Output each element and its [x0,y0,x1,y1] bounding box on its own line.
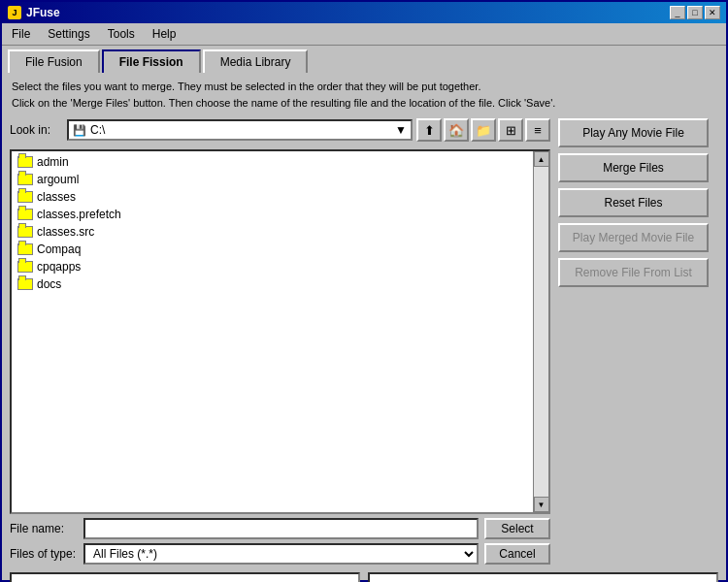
toolbar-icons: ⬆ 🏠 📁 ⊞ ≡ [416,118,550,142]
cancel-button[interactable]: Cancel [484,543,550,565]
merge-files-btn[interactable]: Merge Files [558,153,709,182]
files-type-label: Files of type: [10,547,78,561]
folder-icon [17,243,33,255]
look-in-label: Look in: [10,123,63,137]
close-btn[interactable]: ✕ [705,6,720,19]
files-type-row: Files of type: All Files (*.*) Cancel [10,543,550,565]
bottom-left-panel [10,572,360,582]
title-bar: J JFuse _ □ ✕ [2,2,726,23]
list-item[interactable]: classes.prefetch [14,206,531,223]
list-item[interactable]: Compaq [14,241,531,258]
list-view-btn[interactable]: ⊞ [498,118,523,142]
file-list-scrollbar[interactable]: ▲ ▼ [533,151,548,512]
tab-media-library[interactable]: Media Library [203,49,309,73]
select-button[interactable]: Select [484,518,550,539]
up-folder-btn[interactable]: ⬆ [416,118,442,142]
folder-icon [17,174,33,185]
menu-settings[interactable]: Settings [44,26,93,42]
menu-tools[interactable]: Tools [104,26,139,42]
folder-icon [17,191,33,203]
main-content: Look in: 💾 C:\ ▼ ⬆ 🏠 📁 ⊞ ≡ [2,114,726,568]
tab-file-fusion[interactable]: File Fusion [8,49,100,73]
files-type-select[interactable]: All Files (*.*) [83,543,479,565]
window-frame: J JFuse _ □ ✕ File Settings Tools Help F… [0,0,728,582]
info-line1: Select the files you want to merge. They… [12,79,716,95]
menu-bar: File Settings Tools Help [2,23,726,46]
file-list: admin argouml classes classes.prefetch c… [12,151,533,512]
list-item[interactable]: admin [14,153,531,171]
list-item[interactable]: classes.src [14,223,531,241]
folder-icon [17,209,33,220]
look-in-value: C:\ [90,123,395,137]
app-icon: J [8,6,21,19]
bottom-panels [2,568,726,582]
window-title: JFuse [26,6,60,19]
right-panel: Play Any Movie File Merge Files Reset Fi… [558,114,718,565]
play-merged-btn[interactable]: Play Merged Movie File [558,223,709,252]
info-text: Select the files you want to merge. They… [2,73,726,114]
folder-icon [17,156,33,168]
info-line2: Click on the 'Merge Files' button. Then … [12,95,716,112]
list-item[interactable]: classes [14,188,531,206]
look-in-row: Look in: 💾 C:\ ▼ ⬆ 🏠 📁 ⊞ ≡ [10,114,550,146]
list-item[interactable]: cpqapps [14,258,531,275]
tabs-bar: File Fusion File Fission Media Library [2,46,726,73]
folder-icon [17,278,33,290]
menu-file[interactable]: File [8,26,34,42]
scroll-up-btn[interactable]: ▲ [534,151,549,167]
tab-file-fission[interactable]: File Fission [102,49,201,73]
play-any-movie-btn[interactable]: Play Any Movie File [558,118,709,147]
new-folder-btn[interactable]: 📁 [471,118,496,142]
list-item[interactable]: docs [14,275,531,293]
file-name-input[interactable] [83,518,479,539]
home-btn[interactable]: 🏠 [444,118,469,142]
look-in-combo[interactable]: 💾 C:\ ▼ [67,119,413,141]
menu-help[interactable]: Help [149,26,181,42]
file-list-content: admin argouml classes classes.prefetch c… [12,151,533,295]
window-controls: _ □ ✕ [670,6,720,19]
maximize-btn[interactable]: □ [687,6,703,19]
scroll-track[interactable] [534,167,549,497]
file-name-row: File name: Select [10,518,550,539]
scroll-down-btn[interactable]: ▼ [534,497,549,512]
look-in-dropdown-icon: ▼ [395,123,407,137]
details-view-btn[interactable]: ≡ [525,118,550,142]
folder-icon [17,261,33,273]
reset-files-btn[interactable]: Reset Files [558,188,709,217]
file-name-label: File name: [10,522,78,535]
minimize-btn[interactable]: _ [670,6,685,19]
file-list-wrapper: admin argouml classes classes.prefetch c… [10,149,550,514]
list-item[interactable]: argouml [14,171,531,188]
remove-file-btn[interactable]: Remove File From List [558,258,709,287]
left-panel: Look in: 💾 C:\ ▼ ⬆ 🏠 📁 ⊞ ≡ [10,114,550,565]
bottom-right-panel [368,572,718,582]
folder-icon [17,226,33,238]
